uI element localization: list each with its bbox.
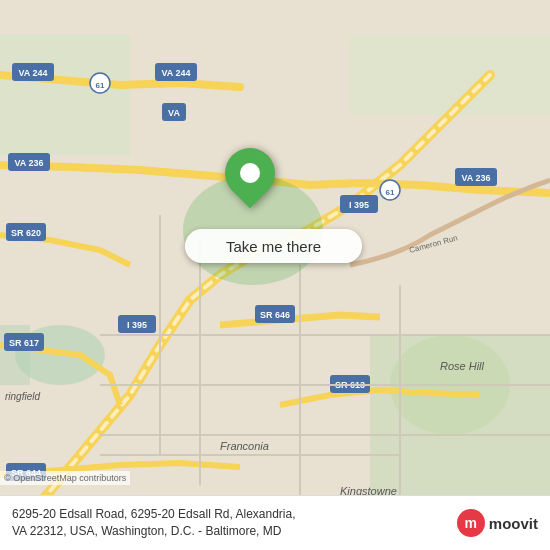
svg-text:VA 244: VA 244 [18, 68, 47, 78]
svg-text:I 395: I 395 [127, 320, 147, 330]
svg-text:SR 617: SR 617 [9, 338, 39, 348]
svg-text:SR 620: SR 620 [11, 228, 41, 238]
svg-text:VA 244: VA 244 [161, 68, 190, 78]
moovit-icon: m [457, 509, 485, 537]
svg-rect-5 [350, 35, 550, 115]
svg-text:I 395: I 395 [349, 200, 369, 210]
take-me-there-button[interactable]: Take me there [185, 229, 362, 263]
svg-text:Franconia: Franconia [220, 440, 269, 452]
svg-rect-4 [0, 35, 130, 155]
map-container: I 395 I 395 VA 244 VA 244 VA 236 VA 236 … [0, 0, 550, 550]
svg-text:61: 61 [96, 81, 105, 90]
button-label: Take me there [226, 238, 321, 255]
address-text: 6295-20 Edsall Road, 6295-20 Edsall Rd, … [12, 506, 457, 540]
svg-text:61: 61 [386, 188, 395, 197]
address-line1: 6295-20 Edsall Road, 6295-20 Edsall Rd, … [12, 507, 296, 521]
svg-text:VA 236: VA 236 [14, 158, 43, 168]
map-svg: I 395 I 395 VA 244 VA 244 VA 236 VA 236 … [0, 0, 550, 550]
address-line2: VA 22312, USA, Washington, D.C. - Baltim… [12, 524, 281, 538]
map-pin [225, 148, 275, 198]
svg-text:Rose Hill: Rose Hill [440, 360, 485, 372]
svg-text:ringfield: ringfield [5, 391, 40, 402]
bottom-bar: 6295-20 Edsall Road, 6295-20 Edsall Rd, … [0, 495, 550, 550]
moovit-logo[interactable]: m moovit [457, 509, 538, 537]
svg-text:VA 236: VA 236 [461, 173, 490, 183]
moovit-brand-name: moovit [489, 515, 538, 532]
map-attribution: © OpenStreetMap contributors [0, 471, 130, 485]
svg-text:SR 646: SR 646 [260, 310, 290, 320]
svg-text:VA: VA [168, 108, 180, 118]
